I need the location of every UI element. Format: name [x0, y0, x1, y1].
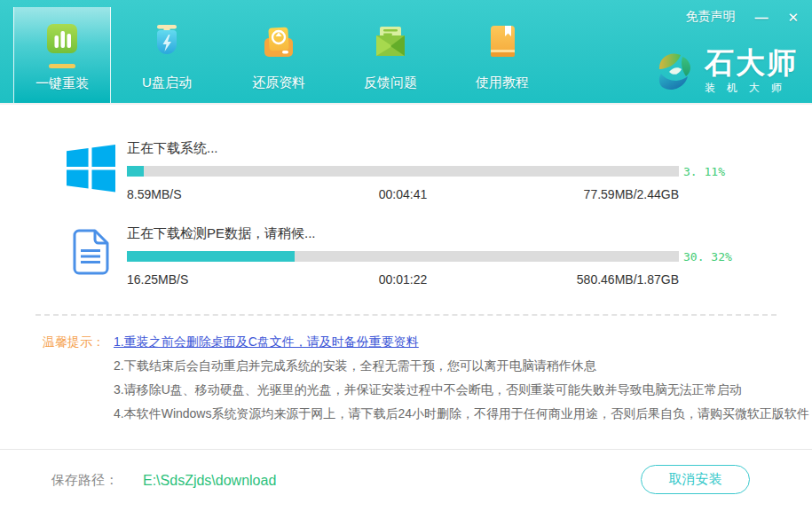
progress-percent: 30. 32% [683, 250, 732, 263]
active-tab-underline [49, 64, 75, 68]
download-time: 00:01:22 [379, 272, 428, 287]
minimize-icon[interactable]: — [754, 11, 768, 24]
cancel-install-button[interactable]: 取消安装 [641, 465, 750, 494]
download-row-pe: 正在下载检测PE数据，请稍候... 30. 32% 16.25MB/S 00:0… [67, 224, 812, 287]
app-window: 一键重装 U盘启动 [0, 0, 812, 511]
progress-bar: 3. 11% [127, 166, 679, 177]
download-speed: 8.59MB/S [127, 187, 181, 201]
download-time: 00:04:41 [379, 187, 428, 201]
tab-label: 使用教程 [476, 75, 529, 91]
bar-chart-icon [43, 21, 82, 60]
download-title: 正在下载系统... [127, 140, 679, 157]
tab-usb-boot[interactable]: U盘启动 [111, 0, 223, 103]
header-bar: 一键重装 U盘启动 [0, 0, 812, 105]
tab-label: 反馈问题 [364, 75, 417, 91]
tip-item-3: 3.请移除U盘、移动硬盘、光驱里的光盘，并保证安装过程中不会断电，否则重装可能失… [114, 378, 809, 402]
usb-drive-icon [147, 23, 186, 62]
restore-box-icon [259, 23, 298, 62]
download-icon-cell [67, 224, 127, 287]
book-icon [483, 23, 522, 62]
brand-text: 石大师 装机大师 [705, 48, 798, 96]
brand-emblem-icon [651, 48, 698, 96]
tips-list: 1.重装之前会删除桌面及C盘文件，请及时备份重要资料 2.下载结束后会自动重启并… [114, 330, 809, 426]
download-title: 正在下载检测PE数据，请稍候... [127, 225, 679, 242]
tab-one-key-reinstall[interactable]: 一键重装 [13, 7, 111, 103]
brand-name: 石大师 [705, 48, 798, 77]
save-path-value: E:\SdsZjds\download [143, 473, 276, 489]
close-icon[interactable]: ✕ [787, 11, 799, 24]
download-body: 正在下载检测PE数据，请稍候... 30. 32% 16.25MB/S 00:0… [127, 224, 679, 287]
save-path-label: 保存路径： [51, 472, 118, 489]
download-body: 正在下载系统... 3. 11% 8.59MB/S 00:04:41 77.59… [127, 138, 679, 202]
windows-logo-icon [67, 144, 115, 193]
tab-label: 一键重装 [35, 75, 89, 92]
dashed-separator [35, 314, 777, 316]
download-speed: 16.25MB/S [127, 272, 188, 287]
window-controls: 免责声明 — ✕ [685, 9, 799, 25]
tip-item-4: 4.本软件Windows系统资源均来源于网上，请下载后24小时删除，不得用于任何… [114, 402, 809, 426]
tab-label: U盘启动 [142, 75, 192, 91]
download-icon-cell [67, 138, 127, 202]
tips-label: 温馨提示： [43, 330, 114, 426]
progress-bar-fill [127, 251, 295, 262]
download-row-system: 正在下载系统... 3. 11% 8.59MB/S 00:04:41 77.59… [67, 138, 812, 202]
document-icon [72, 229, 111, 275]
brand-subtitle: 装机大师 [705, 81, 793, 96]
download-size: 77.59MB/2.44GB [584, 187, 679, 201]
footer-bar: 保存路径： E:\SdsZjds\download 取消安装 [0, 449, 812, 511]
tab-tutorial[interactable]: 使用教程 [446, 0, 558, 103]
progress-percent: 3. 11% [683, 165, 725, 178]
tab-label: 还原资料 [252, 75, 305, 91]
progress-bar: 30. 32% [127, 251, 679, 262]
download-stats: 16.25MB/S 00:01:22 580.46MB/1.87GB [127, 272, 679, 287]
brand-logo: 石大师 装机大师 [651, 48, 798, 96]
disclaimer-link[interactable]: 免责声明 [685, 9, 735, 25]
main-content: 正在下载系统... 3. 11% 8.59MB/S 00:04:41 77.59… [0, 105, 812, 426]
tip-item-2: 2.下载结束后会自动重启并完成系统的安装，全程无需干预，您可以离开电脑请稍作休息 [114, 354, 809, 378]
tip-item-1: 1.重装之前会删除桌面及C盘文件，请及时备份重要资料 [114, 330, 809, 354]
progress-bar-fill [127, 166, 144, 177]
envelope-icon [371, 23, 410, 62]
download-stats: 8.59MB/S 00:04:41 77.59MB/2.44GB [127, 187, 679, 202]
tab-feedback[interactable]: 反馈问题 [335, 0, 446, 103]
tips-section: 温馨提示： 1.重装之前会删除桌面及C盘文件，请及时备份重要资料 2.下载结束后… [43, 330, 812, 426]
tab-restore-data[interactable]: 还原资料 [223, 0, 335, 103]
download-size: 580.46MB/1.87GB [577, 272, 679, 287]
